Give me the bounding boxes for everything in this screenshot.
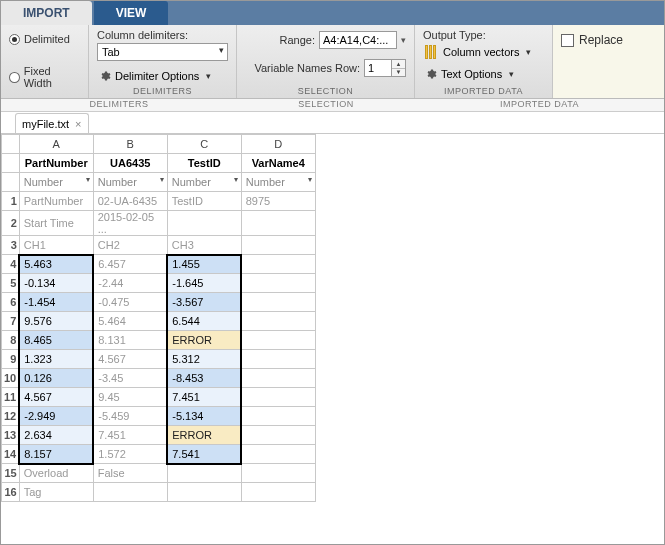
col-type-b[interactable]: Number (93, 173, 167, 192)
cell[interactable]: 8.465 (19, 331, 93, 350)
cell[interactable] (241, 211, 315, 236)
close-icon[interactable]: × (75, 118, 81, 130)
cell[interactable] (241, 407, 315, 426)
row-number[interactable]: 2 (2, 211, 20, 236)
row-number[interactable]: 6 (2, 293, 20, 312)
col-type-d[interactable]: Number (241, 173, 315, 192)
cell[interactable]: False (93, 464, 167, 483)
cell[interactable]: -5.459 (93, 407, 167, 426)
text-options-button[interactable]: Text Options (423, 65, 544, 83)
tab-import[interactable]: IMPORT (1, 1, 92, 25)
row-number[interactable]: 11 (2, 388, 20, 407)
row-number[interactable]: 13 (2, 426, 20, 445)
col-type-c[interactable]: Number (167, 173, 241, 192)
cell[interactable]: 9.576 (19, 312, 93, 331)
col-delimiters-select[interactable]: Tab (97, 43, 228, 61)
cell[interactable] (241, 483, 315, 502)
spinner-up-icon[interactable]: ▲ (392, 60, 405, 69)
cell[interactable]: -3.45 (93, 369, 167, 388)
cell[interactable]: Overload (19, 464, 93, 483)
cell[interactable]: 8.131 (93, 331, 167, 350)
cell[interactable]: -0.134 (19, 274, 93, 293)
cell[interactable]: 02-UA-6435 (93, 192, 167, 211)
cell[interactable] (241, 312, 315, 331)
range-input[interactable]: A4:A14,C4:... (319, 31, 397, 49)
cell[interactable]: 0.126 (19, 369, 93, 388)
row-number[interactable]: 8 (2, 331, 20, 350)
cell[interactable]: -0.475 (93, 293, 167, 312)
cell[interactable]: 1.455 (167, 255, 241, 274)
row-number[interactable]: 12 (2, 407, 20, 426)
row-number[interactable]: 7 (2, 312, 20, 331)
varnames-row-input[interactable]: 1 (364, 59, 392, 77)
col-name-c[interactable]: TestID (167, 154, 241, 173)
cell[interactable] (241, 331, 315, 350)
cell[interactable]: -3.567 (167, 293, 241, 312)
cell[interactable]: PartNumber (19, 192, 93, 211)
cell[interactable] (241, 426, 315, 445)
spinner-down-icon[interactable]: ▼ (392, 69, 405, 77)
cell[interactable]: 6.457 (93, 255, 167, 274)
cell[interactable] (241, 388, 315, 407)
col-name-b[interactable]: UA6435 (93, 154, 167, 173)
cell[interactable]: Tag (19, 483, 93, 502)
cell[interactable]: 4.567 (93, 350, 167, 369)
cell[interactable]: CH1 (19, 236, 93, 255)
row-number[interactable]: 9 (2, 350, 20, 369)
file-tab[interactable]: myFile.txt × (15, 113, 89, 133)
row-number[interactable]: 5 (2, 274, 20, 293)
row-number[interactable]: 4 (2, 255, 20, 274)
col-name-a[interactable]: PartNumber (19, 154, 93, 173)
cell[interactable]: TestID (167, 192, 241, 211)
row-number[interactable]: 16 (2, 483, 20, 502)
col-type-a[interactable]: Number (19, 173, 93, 192)
row-number[interactable]: 3 (2, 236, 20, 255)
cell[interactable]: 2.634 (19, 426, 93, 445)
cell[interactable]: -2.44 (93, 274, 167, 293)
radio-fixed-width[interactable]: Fixed Width (9, 67, 80, 87)
col-letter-d[interactable]: D (241, 135, 315, 154)
row-number[interactable]: 14 (2, 445, 20, 464)
delimiter-options-button[interactable]: Delimiter Options (97, 67, 228, 85)
cell[interactable]: -1.645 (167, 274, 241, 293)
cell[interactable]: 7.451 (167, 388, 241, 407)
cell[interactable]: -1.454 (19, 293, 93, 312)
cell[interactable]: 5.312 (167, 350, 241, 369)
cell[interactable]: 5.464 (93, 312, 167, 331)
cell[interactable]: 2015-02-05 ... (93, 211, 167, 236)
varnames-row-spinner[interactable]: ▲ ▼ (392, 59, 406, 77)
cell[interactable] (241, 274, 315, 293)
cell[interactable]: 1.323 (19, 350, 93, 369)
cell[interactable]: Start Time (19, 211, 93, 236)
cell[interactable] (93, 483, 167, 502)
cell[interactable]: -5.134 (167, 407, 241, 426)
tab-view[interactable]: VIEW (94, 1, 169, 25)
radio-delimited[interactable]: Delimited (9, 29, 80, 49)
cell[interactable]: CH3 (167, 236, 241, 255)
data-grid[interactable]: A B C D PartNumber UA6435 TestID VarName… (1, 134, 316, 502)
cell[interactable]: -2.949 (19, 407, 93, 426)
cell[interactable]: ERROR (167, 426, 241, 445)
replace-checkbox-row[interactable]: Replace (561, 29, 656, 51)
cell[interactable] (167, 483, 241, 502)
col-letter-c[interactable]: C (167, 135, 241, 154)
cell[interactable] (241, 293, 315, 312)
cell[interactable]: 4.567 (19, 388, 93, 407)
cell[interactable]: 5.463 (19, 255, 93, 274)
cell[interactable]: 9.45 (93, 388, 167, 407)
cell[interactable]: 1.572 (93, 445, 167, 464)
cell[interactable]: 7.541 (167, 445, 241, 464)
cell[interactable]: 7.451 (93, 426, 167, 445)
col-letter-b[interactable]: B (93, 135, 167, 154)
cell[interactable]: 6.544 (167, 312, 241, 331)
cell[interactable]: ERROR (167, 331, 241, 350)
col-name-d[interactable]: VarName4 (241, 154, 315, 173)
cell[interactable] (241, 464, 315, 483)
cell[interactable]: 8.157 (19, 445, 93, 464)
cell[interactable] (241, 350, 315, 369)
cell[interactable] (167, 464, 241, 483)
cell[interactable]: -8.453 (167, 369, 241, 388)
row-number[interactable]: 15 (2, 464, 20, 483)
cell[interactable]: 8975 (241, 192, 315, 211)
cell[interactable]: CH2 (93, 236, 167, 255)
